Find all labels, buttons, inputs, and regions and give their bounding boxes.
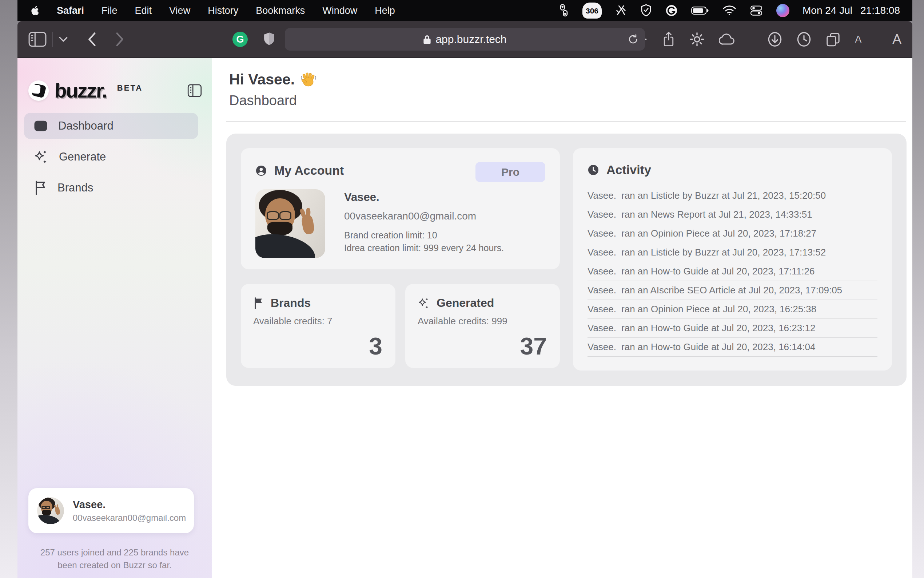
back-button[interactable] xyxy=(87,32,96,47)
badge-306-status-icon[interactable]: 306 xyxy=(583,3,602,19)
sidebar-user-card[interactable]: Vasee. 00vaseekaran00@gmail.com xyxy=(28,488,194,533)
share-icon[interactable] xyxy=(662,31,675,47)
shield-extension-icon[interactable] xyxy=(263,32,275,47)
apple-logo-icon[interactable] xyxy=(30,5,39,16)
activity-user: Vasee. xyxy=(587,285,616,296)
grammarly-menubar-icon[interactable] xyxy=(665,3,678,19)
activity-user: Vasee. xyxy=(587,304,616,315)
chevron-down-icon[interactable] xyxy=(58,36,68,42)
activity-text: ran an Opinion Piece at Jul 20, 2023, 16… xyxy=(621,304,816,315)
activity-user: Vasee. xyxy=(587,228,616,239)
text-size-large-icon[interactable]: A xyxy=(892,32,901,47)
brands-card-header: Brands xyxy=(253,296,383,310)
generated-credits-text: Available credits: 999 xyxy=(417,316,547,327)
activity-row: Vasee.ran an How-to Guide at Jul 20, 202… xyxy=(587,319,877,338)
history-icon[interactable] xyxy=(797,31,811,47)
menubar-item-window[interactable]: Window xyxy=(322,5,357,16)
activity-row: Vasee.ran an Listicle by Buzzr at Jul 21… xyxy=(587,186,877,205)
waving-hand-icon xyxy=(301,72,317,88)
sidebar-user-name: Vasee. xyxy=(73,498,186,511)
address-bar[interactable]: app.buzzr.tech xyxy=(285,28,645,50)
tab-overview-icon[interactable] xyxy=(826,32,840,47)
sidebar-item-label: Generate xyxy=(59,150,106,164)
grammarly-extension-icon[interactable]: G xyxy=(233,32,248,47)
logo-wordmark: buzzr. xyxy=(54,79,107,102)
activity-text: ran an How-to Guide at Jul 20, 2023, 16:… xyxy=(621,341,815,353)
activity-text: ran an How-to Guide at Jul 20, 2023, 17:… xyxy=(621,266,814,277)
page-title: Dashboard xyxy=(229,93,297,109)
plan-badge[interactable]: Pro xyxy=(476,162,545,182)
greeting-row: Hi Vasee. xyxy=(229,71,317,88)
reload-icon[interactable] xyxy=(628,33,639,45)
pen-status-icon[interactable] xyxy=(615,3,627,19)
menubar-item-bookmarks[interactable]: Bookmarks xyxy=(256,5,305,16)
downloads-icon[interactable] xyxy=(767,31,782,47)
activity-text: ran an Listicle by Buzzr at Jul 20, 2023… xyxy=(621,247,826,258)
menubar-item-history[interactable]: History xyxy=(208,5,238,16)
menubar-time: 21:18:08 xyxy=(860,5,900,16)
sidebar-item-generate[interactable]: Generate xyxy=(24,144,198,170)
activity-text: ran an Listicle by Buzzr at Jul 21, 2023… xyxy=(621,190,826,201)
brands-stat-card: Brands Available credits: 7 3 xyxy=(241,284,395,368)
screen: Safari File Edit View History Bookmarks … xyxy=(18,0,913,578)
control-center-icon[interactable] xyxy=(749,3,763,19)
shield-check-icon[interactable] xyxy=(640,3,652,19)
menubar-status-area: 306 xyxy=(558,3,900,19)
account-card-title: My Account xyxy=(274,164,344,178)
activity-text: ran an Opinion Piece at Jul 20, 2023, 17… xyxy=(621,228,816,239)
activity-row: Vasee.ran an News Report at Jul 21, 2023… xyxy=(587,205,877,224)
account-card-body: Vasee. 00vaseekaran00@gmail.com Brand cr… xyxy=(256,189,550,258)
sidebar-footer-note: 257 users joined and 225 brands have bee… xyxy=(32,546,197,572)
logo-row: buzzr. BETA xyxy=(28,72,202,110)
app-sidebar: buzzr. BETA Dashboard xyxy=(18,58,212,578)
activity-text: ran an News Report at Jul 21, 2023, 14:3… xyxy=(621,209,812,220)
menubar-item-help[interactable]: Help xyxy=(375,5,395,16)
generated-card-title: Generated xyxy=(437,296,494,310)
generated-card-header: Generated xyxy=(417,296,547,310)
activity-card-title: Activity xyxy=(607,163,651,177)
browser-viewport: buzzr. BETA Dashboard xyxy=(18,58,913,578)
activity-card: Activity Vasee.ran an Listicle by Buzzr … xyxy=(573,148,892,370)
sidebar-item-brands[interactable]: Brands xyxy=(24,175,198,201)
text-size-small-icon[interactable]: A xyxy=(855,34,861,45)
sidebar-item-label: Brands xyxy=(57,181,93,194)
menubar-clock[interactable]: Mon 24 Jul 21:18:08 xyxy=(803,5,900,16)
panel-left-column: My Account Pro Vasee. 00vaseekaran00@gma… xyxy=(241,148,560,371)
activity-card-header: Activity xyxy=(587,163,877,177)
generated-count: 37 xyxy=(520,332,547,360)
sidebar-toggle-icon[interactable] xyxy=(28,32,47,47)
cloud-icon[interactable] xyxy=(719,33,736,46)
sidebar-collapse-icon[interactable] xyxy=(187,83,202,98)
menubar-item-safari[interactable]: Safari xyxy=(57,5,84,16)
sidebar-item-dashboard[interactable]: Dashboard xyxy=(24,113,198,139)
menubar-item-view[interactable]: View xyxy=(169,5,190,16)
menubar-item-file[interactable]: File xyxy=(102,5,118,16)
activity-row: Vasee.ran an Opinion Piece at Jul 20, 20… xyxy=(587,300,877,319)
account-avatar xyxy=(256,189,325,258)
my-account-card: My Account Pro Vasee. 00vaseekaran00@gma… xyxy=(241,148,560,270)
menubar-item-edit[interactable]: Edit xyxy=(135,5,152,16)
brand-limit-text: Brand creation limit: 10 xyxy=(344,230,504,240)
activity-row: Vasee.ran an How-to Guide at Jul 20, 202… xyxy=(587,262,877,281)
activity-row: Vasee.ran an Opinion Piece at Jul 20, 20… xyxy=(587,224,877,243)
toolbar-divider xyxy=(52,32,53,47)
gear-icon[interactable] xyxy=(690,32,704,47)
activity-row: Vasee.ran an Listicle by Buzzr at Jul 20… xyxy=(587,243,877,262)
activity-text: ran an How-to Guide at Jul 20, 2023, 16:… xyxy=(621,323,815,334)
generated-stat-card: Generated Available credits: 999 37 xyxy=(405,284,560,368)
activity-row: Vasee.ran an AIscribe SEO Article at Jul… xyxy=(587,281,877,300)
activity-user: Vasee. xyxy=(587,266,616,277)
account-email: 00vaseekaran00@gmail.com xyxy=(344,210,504,222)
activity-user: Vasee. xyxy=(587,247,616,258)
sidebar-user-email: 00vaseekaran00@gmail.com xyxy=(73,513,186,523)
forward-button[interactable] xyxy=(115,32,125,47)
safari-toolbar: G app.buzzr.tech xyxy=(18,21,913,58)
wifi-icon[interactable] xyxy=(722,3,736,19)
battery-icon[interactable] xyxy=(691,3,709,19)
dashboard-main: Hi Vasee. xyxy=(212,58,913,578)
activity-list: Vasee.ran an Listicle by Buzzr at Jul 21… xyxy=(587,186,877,357)
siri-icon[interactable] xyxy=(776,3,790,19)
idea-limit-text: Idrea creation limit: 999 every 24 hours… xyxy=(344,243,504,253)
keys-status-icon[interactable] xyxy=(558,3,569,19)
toolbar-divider xyxy=(877,32,877,47)
